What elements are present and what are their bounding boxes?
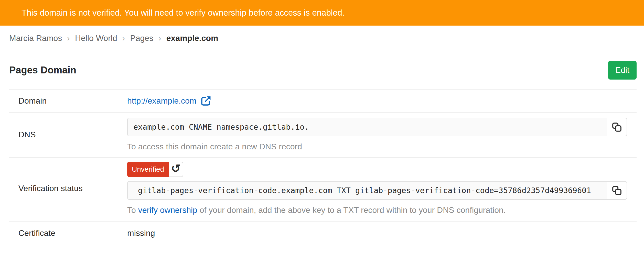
- verification-status-group: Unverified ↺: [127, 162, 183, 177]
- external-link-icon: [200, 95, 212, 106]
- dns-label: DNS: [9, 130, 127, 139]
- domain-label: Domain: [9, 96, 127, 106]
- verification-help-suffix: of your domain, add the above key to a T…: [197, 205, 506, 215]
- verification-code-input[interactable]: [127, 181, 607, 200]
- main-content: Marcia Ramos › Hello World › Pages › exa…: [9, 26, 637, 245]
- retry-icon: ↺: [171, 163, 180, 174]
- breadcrumb-item-project[interactable]: Hello World: [75, 34, 117, 43]
- copy-dns-button[interactable]: [607, 118, 627, 136]
- breadcrumb: Marcia Ramos › Hello World › Pages › exa…: [9, 26, 637, 51]
- page-header: Pages Domain Edit: [9, 51, 637, 89]
- retry-verification-button[interactable]: ↺: [169, 162, 183, 177]
- chevron-right-icon: ›: [158, 34, 161, 43]
- table-row-domain: Domain http://example.com: [9, 90, 637, 113]
- domain-link-text: http://example.com: [127, 96, 196, 106]
- breadcrumb-item-user[interactable]: Marcia Ramos: [9, 34, 62, 43]
- domain-link[interactable]: http://example.com: [127, 95, 212, 106]
- breadcrumb-item-current: example.com: [166, 34, 218, 43]
- dns-record-input[interactable]: [127, 118, 607, 136]
- dns-help-text: To access this domain create a new DNS r…: [127, 142, 627, 151]
- verification-record-group: [127, 181, 627, 200]
- status-badge: Unverified: [127, 162, 169, 177]
- page-title: Pages Domain: [9, 65, 76, 76]
- warning-banner: This domain is not verified. You will ne…: [0, 0, 644, 26]
- table-row-dns: DNS To access this domain create a new D…: [9, 113, 637, 158]
- copy-verification-button[interactable]: [607, 181, 627, 200]
- table-row-verification: Verification status Unverified ↺: [9, 158, 637, 222]
- certificate-value: missing: [127, 228, 155, 238]
- verification-help-prefix: To: [127, 205, 138, 215]
- copy-icon: [612, 185, 622, 196]
- edit-button[interactable]: Edit: [608, 61, 637, 80]
- copy-icon: [612, 122, 622, 132]
- table-row-certificate: Certificate missing: [9, 222, 637, 245]
- breadcrumb-item-pages[interactable]: Pages: [130, 34, 153, 43]
- verification-help-text: To verify ownership of your domain, add …: [127, 205, 627, 215]
- dns-record-group: [127, 118, 627, 136]
- chevron-right-icon: ›: [67, 34, 70, 43]
- chevron-right-icon: ›: [122, 34, 125, 43]
- warning-banner-text: This domain is not verified. You will ne…: [22, 8, 345, 18]
- certificate-label: Certificate: [9, 228, 127, 238]
- verify-ownership-link[interactable]: verify ownership: [138, 205, 197, 215]
- domain-details-table: Domain http://example.com DNS: [9, 89, 637, 245]
- verification-status-label: Verification status: [9, 184, 127, 193]
